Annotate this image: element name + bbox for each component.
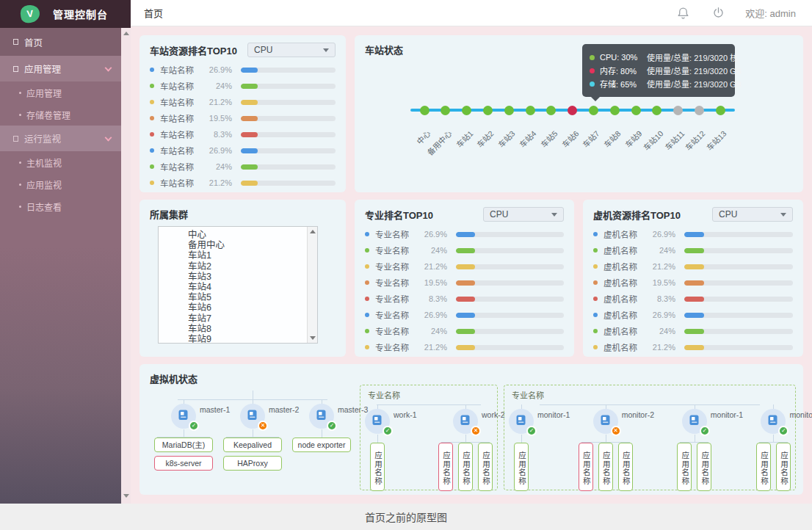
rank-bar-fill: [241, 84, 258, 89]
sidebar-item-6[interactable]: 应用监视: [0, 173, 121, 195]
rank-item-value: 21.2%: [416, 343, 447, 352]
caption-text: 首页之前的原型图: [365, 509, 447, 524]
station-dot[interactable]: [589, 106, 598, 115]
cluster-list-item[interactable]: 车站9: [188, 334, 317, 344]
sidebar-item-4[interactable]: 运行监视: [0, 126, 121, 151]
station-dot[interactable]: [420, 106, 429, 115]
station-dot[interactable]: [568, 106, 577, 115]
metric-dropdown[interactable]: CPU: [712, 207, 793, 222]
app-status-box: 应用名称: [370, 443, 385, 491]
cluster-list-item[interactable]: 备用中心: [188, 240, 317, 250]
sidebar-item-2[interactable]: 应用管理: [0, 81, 121, 104]
sidebar-item-1[interactable]: 应用管理: [0, 56, 121, 81]
status-ok-icon: ✓: [383, 426, 393, 436]
breadcrumb[interactable]: 首页: [144, 6, 163, 20]
server-icon[interactable]: ✓: [171, 404, 196, 429]
series-dot-icon: [365, 248, 369, 253]
series-dot-icon: [150, 100, 154, 104]
app-status-box: 应用名称: [458, 443, 473, 491]
station-dot[interactable]: [631, 106, 641, 115]
series-dot-icon: [365, 313, 369, 317]
rank-bar: [456, 264, 564, 269]
app-status-box: 应用名称: [677, 443, 692, 491]
server-icon[interactable]: ✓: [761, 409, 786, 434]
rank-bar: [241, 68, 336, 73]
rank-bar: [684, 313, 793, 318]
server-icon[interactable]: ✓: [509, 409, 534, 434]
station-dot[interactable]: [546, 106, 556, 115]
rank-row: 虚机名称19.5%: [593, 275, 793, 291]
rank-row: 车站名称24%: [150, 159, 336, 175]
sidebar-item-3[interactable]: 存储卷管理: [0, 104, 121, 126]
sidebar-item-5[interactable]: 主机监视: [0, 151, 121, 173]
station-dot[interactable]: [695, 106, 704, 115]
tooltip-metric: 内存: 80%: [600, 65, 647, 76]
cluster-list-item[interactable]: 车站8: [188, 324, 317, 334]
cluster-list-item[interactable]: 车站7: [188, 313, 317, 324]
listbox-scrollbar[interactable]: [307, 227, 317, 343]
server-icon[interactable]: ✓: [309, 404, 334, 429]
cluster-listbox[interactable]: 中心备用中心车站1车站2车站3车站4车站5车站6车站7车站8车站9: [158, 226, 318, 344]
chevron-down-icon: [105, 134, 112, 141]
station-dot[interactable]: [462, 106, 471, 115]
vm-apps: KeepalivedHAProxy: [223, 438, 282, 471]
app-status-box: 应用名称: [514, 443, 529, 491]
app-title: 管理控制台: [53, 7, 108, 21]
rank-bar-fill: [684, 264, 704, 269]
server-icon[interactable]: ✓: [682, 409, 707, 434]
station-dot[interactable]: [673, 106, 683, 115]
vm-apps: node exporter: [292, 438, 351, 452]
server-icon[interactable]: ✕: [453, 409, 478, 434]
station-dot[interactable]: [441, 106, 450, 115]
vm-node-work-2: ✕work-2应用名称应用名称应用名称: [438, 404, 493, 491]
station-dot[interactable]: [526, 106, 535, 115]
cluster-list-item[interactable]: 中心: [188, 230, 317, 240]
scroll-down-icon[interactable]: [310, 336, 316, 340]
scroll-down-icon[interactable]: [123, 494, 129, 498]
station-dot[interactable]: [504, 106, 514, 115]
series-dot-icon: [593, 297, 598, 301]
sidebar-item-0[interactable]: 首页: [0, 28, 121, 56]
cluster-list-item[interactable]: 车站1: [188, 250, 317, 261]
rank-bar: [684, 232, 793, 237]
metric-dot-icon: [590, 55, 595, 60]
rank-row: 专业名称24%: [365, 242, 564, 258]
rank-bar-fill: [684, 297, 704, 302]
cluster-list-item[interactable]: 车站5: [188, 292, 317, 302]
chevron-down-icon: [551, 213, 557, 217]
bullet-icon: [19, 184, 21, 186]
station-dot[interactable]: [483, 106, 493, 115]
rank-item-name: 虚机名称: [603, 261, 645, 272]
sidebar-scrollbar[interactable]: [121, 28, 131, 504]
metric-dropdown[interactable]: CPU: [247, 43, 336, 57]
vm-node-master-2: ✕master-2KeepalivedHAProxy: [223, 399, 282, 471]
server-icon[interactable]: ✕: [240, 404, 265, 429]
station-dot[interactable]: [610, 106, 620, 115]
server-icon[interactable]: ✓: [365, 409, 390, 434]
cluster-list-item[interactable]: 车站3: [188, 272, 317, 282]
power-icon[interactable]: [710, 5, 726, 21]
notification-bell-icon[interactable]: [675, 5, 691, 21]
rank-bar-fill: [241, 164, 258, 170]
cluster-list-item[interactable]: 车站2: [188, 261, 317, 272]
cluster-list-item[interactable]: 车站6: [188, 302, 317, 313]
cluster-list-item[interactable]: 车站4: [188, 282, 317, 292]
vm-apps: MariaDB(主)k8s-server: [154, 438, 213, 471]
station-dot[interactable]: [652, 106, 661, 115]
rank-row: 车站名称26.9%: [150, 142, 336, 159]
sidebar-item-7[interactable]: 日志查看: [0, 195, 121, 217]
rank-item-name: 专业名称: [375, 325, 416, 337]
rank-item-name: 车站名称: [160, 161, 201, 173]
rank-item-value: 19.5%: [416, 278, 447, 287]
server-icon[interactable]: ✕: [593, 409, 618, 434]
rank-item-name: 虚机名称: [603, 293, 645, 305]
rank-bar-fill: [684, 313, 704, 318]
scroll-up-icon[interactable]: [123, 32, 129, 35]
app-status-box: MariaDB(主): [154, 438, 213, 452]
rank-row: 车站名称8.3%: [150, 126, 336, 142]
station-dot[interactable]: [716, 106, 725, 115]
metric-dropdown[interactable]: CPU: [483, 207, 564, 222]
scroll-up-icon[interactable]: [310, 230, 316, 233]
rank-row: 专业名称8.3%: [365, 291, 564, 307]
rank-bar-fill: [456, 297, 475, 302]
